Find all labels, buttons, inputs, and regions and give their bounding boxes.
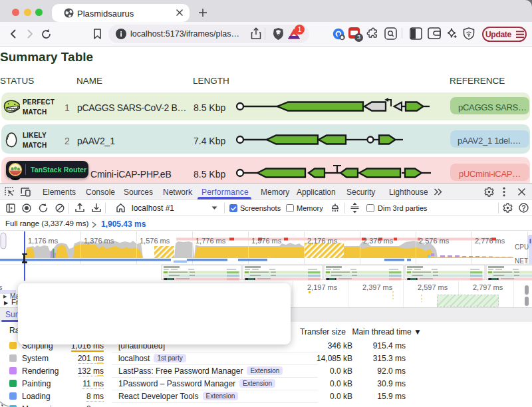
svg-text:2,776 ms: 2,776 ms (475, 237, 505, 245)
svg-text:CPU: CPU (515, 243, 529, 251)
svg-text:2,376 ms: 2,376 ms (363, 237, 394, 245)
svg-text:1,176 ms: 1,176 ms (28, 237, 59, 245)
svg-text:1,576 ms: 1,576 ms (140, 237, 170, 245)
svg-text:2,576 ms: 2,576 ms (419, 237, 450, 245)
svg-text:1,976 ms: 1,976 ms (251, 237, 282, 245)
svg-text:2,176 ms: 2,176 ms (307, 237, 338, 245)
svg-text:1,776 ms: 1,776 ms (196, 237, 226, 245)
svg-text:1,376 ms: 1,376 ms (84, 237, 114, 245)
